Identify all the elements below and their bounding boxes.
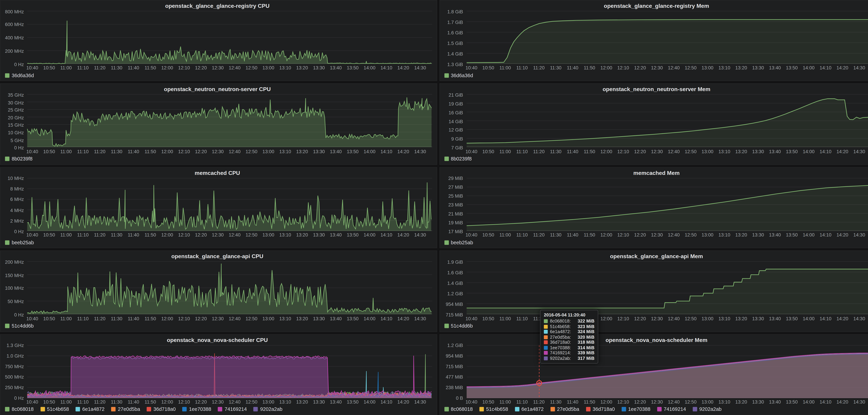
legend-label: 74169214 bbox=[225, 407, 247, 412]
chart-canvas[interactable] bbox=[27, 345, 432, 398]
panel-title[interactable]: openstack_glance_glance-api Mem bbox=[442, 253, 868, 261]
chart-canvas[interactable] bbox=[466, 11, 868, 64]
panel-title[interactable]: openstack_glance_glance-registry CPU bbox=[3, 2, 432, 10]
x-axis-label: 11:00 bbox=[499, 65, 511, 71]
y-axis-label: 238 MiB bbox=[446, 385, 463, 390]
panel-title[interactable]: openstack_nova_nova-scheduler CPU bbox=[3, 336, 432, 344]
x-axis: 10:4010:5011:0011:1011:2011:3011:4011:50… bbox=[27, 315, 432, 322]
y-axis: 7 GiB9 GiB12 GiB14 GiB16 GiB19 GiB21 GiB bbox=[442, 95, 466, 148]
x-axis-label: 14:20 bbox=[836, 399, 848, 405]
legend-item-beeb25ab[interactable]: beeb25ab bbox=[5, 240, 34, 245]
x-axis-label: 11:00 bbox=[499, 316, 511, 321]
legend-item-51c4dd6b[interactable]: 51c4dd6b bbox=[5, 323, 34, 329]
panel-title[interactable]: memcached CPU bbox=[3, 169, 432, 177]
legend-item-8b0239f8[interactable]: 8b0239f8 bbox=[5, 156, 33, 162]
chart-plot[interactable] bbox=[27, 262, 432, 315]
y-axis-label: 750 MHz bbox=[5, 364, 24, 370]
y-axis-label: 8 MHz bbox=[10, 186, 24, 192]
chart-canvas[interactable] bbox=[466, 345, 868, 398]
panel-title[interactable]: openstack_neutron_neutron-server CPU bbox=[3, 86, 432, 94]
legend-item-8c068018[interactable]: 8c068018 bbox=[444, 407, 473, 412]
x-axis-label: 12:00 bbox=[600, 232, 612, 238]
legend-item-27e0d5ba[interactable]: 27e0d5ba bbox=[550, 407, 579, 412]
y-axis-label: 0 Hz bbox=[14, 395, 24, 401]
legend-item-36d6a36d[interactable]: 36d6a36d bbox=[5, 73, 34, 78]
x-axis-label: 11:30 bbox=[550, 399, 561, 405]
chart-canvas[interactable] bbox=[27, 95, 432, 147]
chart-plot[interactable] bbox=[27, 178, 432, 231]
y-axis-label: 500 MHz bbox=[5, 374, 24, 380]
legend-item-36d718a0[interactable]: 36d718a0 bbox=[586, 407, 615, 412]
legend-item-74169214[interactable]: 74169214 bbox=[657, 407, 686, 412]
panel-title[interactable]: openstack_glance_glance-registry Mem bbox=[442, 2, 868, 10]
panel-title[interactable]: openstack_glance_glance-api CPU bbox=[3, 253, 432, 261]
legend-label: 27e0d5ba bbox=[557, 407, 579, 412]
panel-openstack-nova-nova-scheduler-cpu: openstack_nova_nova-scheduler CPU0 Hz250… bbox=[0, 334, 437, 415]
chart-plot[interactable] bbox=[466, 262, 868, 315]
legend-item-9202a2ab[interactable]: 9202a2ab bbox=[693, 407, 722, 412]
chart-canvas[interactable] bbox=[27, 178, 432, 231]
panel-body: 0 Hz50 MHz100 MHz150 MHz200 MHz bbox=[3, 262, 432, 315]
x-axis-label: 10:50 bbox=[43, 149, 55, 154]
x-axis-label: 14:20 bbox=[836, 149, 848, 154]
legend-item-36d718a0[interactable]: 36d718a0 bbox=[147, 407, 176, 412]
chart-plot[interactable] bbox=[466, 95, 868, 148]
x-axis-label: 13:50 bbox=[786, 149, 798, 154]
legend-item-1ee70388[interactable]: 1ee70388 bbox=[182, 407, 211, 412]
x-axis-label: 12:50 bbox=[685, 149, 696, 154]
legend-label: beeb25ab bbox=[451, 240, 473, 245]
legend-color-icon bbox=[515, 407, 519, 412]
x-axis-label: 11:50 bbox=[584, 232, 595, 238]
grafana-dashboard: openstack_glance_glance-registry CPU0 Hz… bbox=[0, 0, 868, 415]
chart-plot[interactable] bbox=[466, 345, 868, 398]
chart-plot[interactable] bbox=[27, 95, 432, 148]
panel-title[interactable]: openstack_neutron_neutron-server Mem bbox=[442, 86, 868, 94]
legend-item-6e1a4872[interactable]: 6e1a4872 bbox=[76, 407, 105, 412]
y-axis: 0 Hz200 MHz400 MHz600 MHz800 MHz bbox=[3, 11, 27, 64]
legend-item-8b0239f8[interactable]: 8b0239f8 bbox=[444, 156, 472, 162]
chart-canvas[interactable] bbox=[466, 95, 868, 147]
x-axis-label: 11:30 bbox=[111, 316, 122, 321]
legend-item-8c068018[interactable]: 8c068018 bbox=[5, 407, 34, 412]
legend-item-51c4b658[interactable]: 51c4b658 bbox=[40, 407, 69, 412]
chart-canvas[interactable] bbox=[466, 178, 868, 231]
y-axis: 0 Hz2 MHz4 MHz6 MHz8 MHz10 MHz bbox=[3, 178, 27, 231]
y-axis-label: 1.6 GiB bbox=[447, 269, 463, 275]
chart-plot[interactable] bbox=[27, 345, 432, 398]
chart-canvas[interactable] bbox=[466, 262, 868, 314]
x-axis-label: 12:50 bbox=[246, 232, 257, 238]
legend-item-27e0d5ba[interactable]: 27e0d5ba bbox=[111, 407, 140, 412]
legend-color-icon bbox=[147, 407, 151, 412]
panel-title[interactable]: memcached Mem bbox=[442, 169, 868, 177]
y-axis-label: 5 GHz bbox=[10, 137, 24, 143]
chart-canvas[interactable] bbox=[27, 11, 432, 64]
legend-item-36d6a36d[interactable]: 36d6a36d bbox=[444, 73, 473, 78]
x-axis-label: 13:30 bbox=[752, 316, 764, 321]
x-axis-label: 12:20 bbox=[195, 149, 207, 154]
x-axis-label: 14:00 bbox=[364, 65, 375, 71]
chart-plot[interactable] bbox=[27, 11, 432, 64]
x-axis-label: 13:00 bbox=[702, 316, 713, 321]
y-axis: 0 Hz5 GHz10 GHz15 GHz20 GHz25 GHz30 GHz3… bbox=[3, 95, 27, 148]
x-axis-label: 11:20 bbox=[94, 316, 105, 321]
legend-item-1ee70388[interactable]: 1ee70388 bbox=[621, 407, 650, 412]
panel-title[interactable]: openstack_nova_nova-scheduler Mem bbox=[442, 336, 868, 344]
chart-plot[interactable] bbox=[466, 178, 868, 231]
x-axis-label: 14:20 bbox=[397, 316, 409, 321]
legend: 51c4dd6b bbox=[3, 322, 432, 330]
chart-canvas[interactable] bbox=[27, 262, 432, 314]
legend-item-51c4b658[interactable]: 51c4b658 bbox=[479, 407, 508, 412]
x-axis-label: 13:50 bbox=[786, 399, 798, 405]
legend-item-74169214[interactable]: 74169214 bbox=[218, 407, 247, 412]
legend-item-51c4dd6b[interactable]: 51c4dd6b bbox=[444, 323, 473, 329]
x-axis-label: 12:20 bbox=[195, 316, 207, 321]
y-axis-label: 150 MHz bbox=[5, 273, 24, 278]
legend-item-beeb25ab[interactable]: beeb25ab bbox=[444, 240, 473, 245]
legend-item-9202a2ab[interactable]: 9202a2ab bbox=[253, 407, 282, 412]
panel-memcached-cpu: memcached CPU0 Hz2 MHz4 MHz6 MHz8 MHz10 … bbox=[0, 167, 437, 248]
legend: 8b0239f8 bbox=[3, 155, 432, 163]
chart-plot[interactable] bbox=[466, 11, 868, 64]
series-area-51c4dd6b bbox=[27, 264, 432, 314]
legend-item-6e1a4872[interactable]: 6e1a4872 bbox=[515, 407, 544, 412]
x-axis-label: 11:10 bbox=[516, 65, 528, 71]
